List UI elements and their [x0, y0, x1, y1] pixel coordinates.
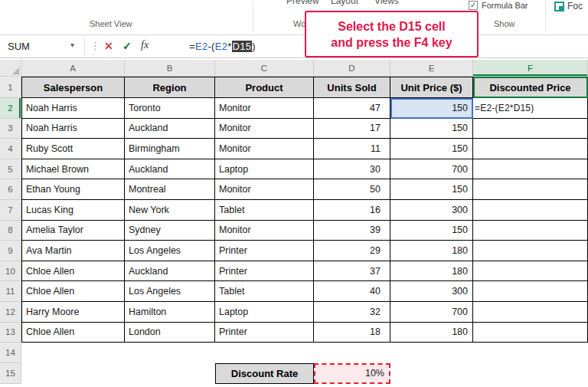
cell-b15[interactable]: [125, 363, 215, 384]
ribbon-button-views[interactable]: Views: [374, 0, 399, 6]
cell-e11[interactable]: 300: [390, 281, 473, 302]
cell-e15[interactable]: [390, 363, 473, 384]
cell-c12[interactable]: Laptop: [215, 302, 314, 323]
cell-e9[interactable]: 180: [390, 241, 473, 261]
cell-a13[interactable]: Chloe Allen: [21, 323, 125, 343]
cell-e6[interactable]: 150: [390, 179, 473, 200]
cell-d1[interactable]: Units Sold: [314, 77, 390, 98]
cell-d15-discount-rate[interactable]: 10%: [314, 363, 390, 384]
cell-f13[interactable]: [473, 323, 588, 343]
cell-c4[interactable]: Monitor: [215, 139, 314, 159]
cell-a7[interactable]: Lucas King: [21, 200, 125, 221]
cancel-icon[interactable]: ✕: [104, 40, 113, 52]
cell-a12[interactable]: Harry Moore: [21, 302, 125, 323]
row-header-7[interactable]: 7: [0, 200, 21, 221]
cell-a2[interactable]: Noah Harris: [21, 98, 125, 119]
cell-c8[interactable]: Monitor: [215, 221, 314, 241]
insert-function-icon[interactable]: fx: [141, 39, 149, 51]
col-header-f[interactable]: F: [473, 60, 588, 77]
col-header-c[interactable]: C: [215, 60, 314, 77]
cell-b12[interactable]: Hamilton: [125, 302, 215, 323]
cell-c1[interactable]: Product: [215, 77, 314, 98]
col-header-a[interactable]: A: [21, 60, 125, 77]
cell-f2-editing-formula[interactable]: =E2-(E2*D15): [473, 98, 588, 119]
cell-f8[interactable]: [473, 221, 588, 241]
ribbon-button-preview[interactable]: Preview: [286, 0, 319, 6]
cell-e3[interactable]: 150: [390, 119, 473, 139]
formula-bar-checkbox[interactable]: ✓ Formula Bar: [469, 1, 528, 10]
cell-d7[interactable]: 16: [314, 200, 390, 221]
cell-e1[interactable]: Unit Price ($): [390, 77, 473, 98]
cell-a15[interactable]: [21, 363, 125, 384]
cell-b8[interactable]: Sydney: [125, 221, 215, 241]
cell-e7[interactable]: 300: [390, 200, 473, 221]
cell-b11[interactable]: Los Angeles: [125, 281, 215, 302]
cell-e13[interactable]: 180: [390, 323, 473, 343]
row-header-14[interactable]: 14: [0, 343, 21, 363]
col-header-b[interactable]: B: [125, 60, 215, 77]
row-header-6[interactable]: 6: [0, 179, 21, 200]
cell-f11[interactable]: [473, 281, 588, 302]
cell-e14[interactable]: [390, 343, 473, 363]
row-header-1[interactable]: 1: [0, 77, 21, 98]
cell-f5[interactable]: [473, 159, 588, 180]
cell-a9[interactable]: Ava Martin: [21, 241, 125, 261]
enter-icon[interactable]: ✓: [122, 40, 132, 52]
cell-b7[interactable]: New York: [125, 200, 215, 221]
cell-b10[interactable]: Auckland: [125, 261, 215, 282]
cell-c2[interactable]: Monitor: [215, 98, 314, 119]
cell-a10[interactable]: Chloe Allen: [21, 261, 125, 282]
cell-b1[interactable]: Region: [125, 77, 215, 98]
cell-b3[interactable]: Auckland: [125, 119, 215, 139]
cell-b4[interactable]: Birmingham: [125, 139, 215, 159]
cell-b2[interactable]: Toronto: [125, 98, 215, 119]
row-header-13[interactable]: 13: [0, 323, 21, 343]
cell-f12[interactable]: [473, 302, 588, 323]
cell-a14[interactable]: [21, 343, 125, 363]
cell-a5[interactable]: Michael Brown: [21, 159, 125, 180]
cell-a8[interactable]: Amelia Taylor: [21, 221, 125, 241]
cell-d8[interactable]: 39: [314, 221, 390, 241]
cell-c13[interactable]: Printer: [215, 323, 314, 343]
col-header-d[interactable]: D: [314, 60, 390, 77]
cell-c11[interactable]: Tablet: [215, 281, 314, 302]
name-box-chevron-icon[interactable]: ▾: [70, 41, 74, 49]
name-box[interactable]: SUM: [8, 41, 30, 52]
row-header-9[interactable]: 9: [0, 241, 21, 261]
cell-b14[interactable]: [125, 343, 215, 363]
cell-b5[interactable]: Auckland: [125, 159, 215, 180]
cell-d3[interactable]: 17: [314, 119, 390, 139]
cell-e4[interactable]: 150: [390, 139, 473, 159]
cell-a1[interactable]: Salesperson: [21, 77, 125, 98]
cell-c9[interactable]: Printer: [215, 241, 314, 261]
cell-d9[interactable]: 29: [314, 241, 390, 261]
cell-d13[interactable]: 18: [314, 323, 390, 343]
cell-e2-referenced[interactable]: 150: [390, 98, 473, 119]
ribbon-button-layout[interactable]: Layout: [331, 0, 358, 6]
cell-d11[interactable]: 40: [314, 281, 390, 302]
row-header-10[interactable]: 10: [0, 261, 21, 282]
cell-f4[interactable]: [473, 139, 588, 159]
cell-c7[interactable]: Tablet: [215, 200, 314, 221]
cell-b13[interactable]: London: [125, 323, 215, 343]
cell-d2[interactable]: 47: [314, 98, 390, 119]
cell-f14[interactable]: [473, 343, 588, 363]
cell-d12[interactable]: 32: [314, 302, 390, 323]
cell-d10[interactable]: 37: [314, 261, 390, 282]
cell-f7[interactable]: [473, 200, 588, 221]
row-header-3[interactable]: 3: [0, 119, 21, 139]
cell-f9[interactable]: [473, 241, 588, 261]
cell-a4[interactable]: Ruby Scott: [21, 139, 125, 159]
cell-c3[interactable]: Monitor: [215, 119, 314, 139]
cell-f1[interactable]: Discounted Price: [473, 77, 588, 98]
cell-c5[interactable]: Laptop: [215, 159, 314, 180]
cell-e12[interactable]: 700: [390, 302, 473, 323]
cell-e8[interactable]: 150: [390, 221, 473, 241]
cell-f6[interactable]: [473, 179, 588, 200]
row-header-4[interactable]: 4: [0, 139, 21, 159]
cell-d4[interactable]: 11: [314, 139, 390, 159]
cell-a3[interactable]: Noah Harris: [21, 119, 125, 139]
row-header-11[interactable]: 11: [0, 281, 21, 302]
cell-a6[interactable]: Ethan Young: [21, 179, 125, 200]
row-header-8[interactable]: 8: [0, 221, 21, 241]
